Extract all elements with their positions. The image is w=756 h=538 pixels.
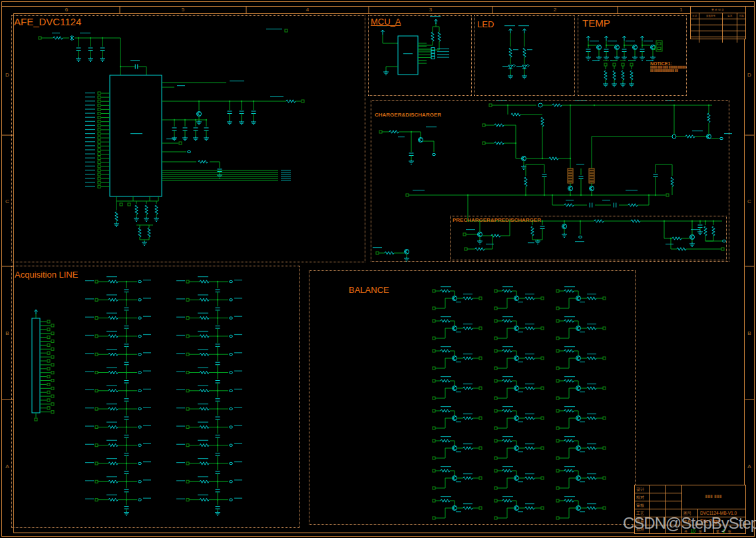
section-title-mcu: MCU_A (371, 17, 401, 27)
section-box-acquisition (11, 266, 300, 528)
zone-label: C (5, 198, 9, 204)
notice-title: NOTICE1: (650, 61, 687, 66)
section-title-acquisition: Acquisition LINE (15, 270, 78, 280)
revision-table-empty-rows (691, 19, 745, 43)
zone-label: B (5, 330, 9, 336)
section-title-balance: BALANCE (349, 285, 389, 295)
watermark: CSDN@StepByStep2017 (623, 514, 756, 533)
signoff-row: 设计 (635, 485, 682, 493)
signoff-label: 设计 (635, 485, 650, 493)
revision-col-header: 日期 (737, 13, 745, 19)
title-block-company: ███ ███ (682, 485, 745, 509)
signoff-row: 审核 (635, 501, 682, 509)
revision-table-header-row: 标记更改单号签字日期 (691, 13, 745, 19)
revision-col-header: 签字 (723, 13, 737, 19)
section-title-charger: CHARGER&DISCHARGER (375, 112, 441, 118)
revision-empty-row (691, 37, 745, 43)
revision-empty-row (691, 25, 745, 31)
zone-label: 4 (306, 7, 309, 13)
signoff-label: 审核 (635, 501, 650, 509)
zone-label: A (5, 463, 9, 469)
section-title-temp: TEMP (582, 17, 610, 29)
zone-label: 1 (679, 7, 683, 13)
notice-line: ██ ████████████ ██ (650, 69, 687, 73)
revision-table: 更改记录 标记更改单号签字日期 (690, 6, 746, 39)
section-title-led: LED (477, 19, 494, 29)
zone-label: D (747, 72, 751, 78)
revision-empty-row (691, 31, 745, 37)
revision-col-header: 标记 (691, 13, 699, 19)
section-box-mcu (368, 15, 472, 96)
zone-label: B (747, 330, 751, 336)
revision-col-header: 更改单号 (699, 13, 723, 19)
zone-label: 5 (182, 7, 185, 13)
zone-label: A (747, 463, 751, 469)
zone-label: 6 (65, 7, 69, 13)
zone-label: 2 (554, 7, 557, 13)
revision-empty-row (691, 19, 745, 25)
section-title-afe: AFE_DVC1124 (14, 16, 81, 27)
zone-label: D (5, 72, 9, 78)
zone-label: 3 (429, 7, 433, 13)
notice-lines: ████ ███ ███ █████ ███████ ████████████ … (650, 66, 687, 72)
revision-table-title: 更改记录 (691, 7, 745, 13)
section-box-afe (11, 15, 365, 262)
section-title-precharger: PRECHARGER&PREDISCHARGER (453, 217, 541, 223)
schematic-sheet: 654321DDCCBBAA AFE_DVC1124 MCU_A LED TEM… (0, 0, 756, 538)
section-box-balance (309, 270, 636, 525)
signoff-row: 校对 (635, 493, 682, 501)
notice-line: ████ ███ ███ █████ █████ (650, 66, 687, 69)
zone-label: C (747, 198, 751, 204)
notice-block: NOTICE1: ████ ███ ███ █████ ███████ ████… (650, 61, 687, 72)
signoff-label: 校对 (635, 493, 650, 501)
